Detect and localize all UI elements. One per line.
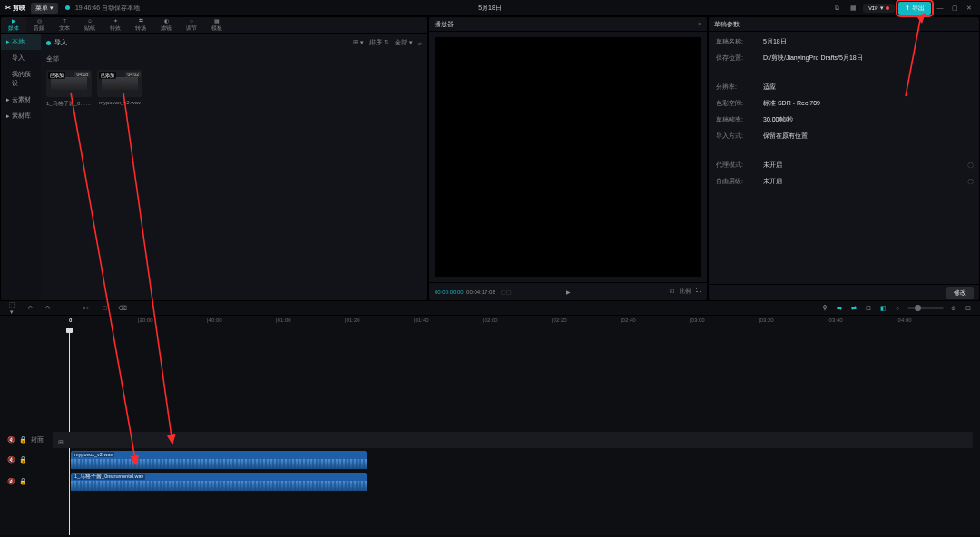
mute-icon[interactable]: 🔇 bbox=[7, 456, 15, 464]
player-menu-icon[interactable]: ≡ bbox=[698, 21, 701, 27]
select-tool-button[interactable]: ⬚ ▾ bbox=[7, 301, 16, 316]
redo-button[interactable]: ↷ bbox=[44, 305, 53, 312]
export-button[interactable]: ⬆导出 bbox=[898, 2, 931, 15]
zoom-out-button[interactable]: ○ bbox=[893, 305, 902, 311]
media-thumb-1[interactable]: 已添加 04:02 mypovox_v2.wav bbox=[97, 70, 142, 108]
crop-button[interactable]: □ bbox=[100, 305, 109, 311]
toggle-button[interactable]: ◧ bbox=[878, 305, 887, 312]
zoom-slider[interactable] bbox=[907, 307, 944, 309]
preview-axis-button[interactable]: ⊟ bbox=[864, 305, 873, 312]
window-minimize-button[interactable]: — bbox=[935, 5, 946, 11]
record-button[interactable]: 🎙 bbox=[820, 305, 829, 311]
cover-label[interactable]: 封面 bbox=[31, 435, 44, 444]
tab-media[interactable]: ▶媒体 bbox=[1, 17, 26, 33]
search-icon[interactable]: ⌕ bbox=[418, 40, 422, 46]
split-button[interactable]: ✂ bbox=[82, 305, 91, 312]
ruler-tick: |02:40 bbox=[621, 317, 636, 323]
media-gallery: 导入 ⊞ ▾ 排序 ⇅ 全部 ▾ ⌕ 全部 已添加 04:18 bbox=[41, 34, 427, 300]
lock-icon[interactable]: 🔒 bbox=[19, 436, 27, 444]
vip-button[interactable]: ᴠɪᴘ ▾ bbox=[863, 4, 895, 13]
param-colorspace: 标准 SDR - Rec.709 bbox=[763, 99, 820, 108]
app-logo: ✂ 剪映 bbox=[5, 4, 25, 13]
timeline-tracks[interactable]: 🔇 🔒 封面 ⊞ 🔇 🔒 mypovox_v2.wav 🔇 🔒 1_马格子酱_0… bbox=[0, 328, 980, 535]
thumb-added-badge: 已添加 bbox=[99, 72, 116, 79]
timeline-toolbar: ⬚ ▾ ↶ ↷ ✂ □ ⌫ 🎙 ⇆ ⇄ ⊟ ◧ ○ ⊕ ⊡ bbox=[0, 301, 980, 316]
tab-filter[interactable]: ◐滤镜 bbox=[153, 17, 179, 33]
tab-audio[interactable]: ◎音频 bbox=[26, 17, 52, 33]
mute-icon[interactable]: 🔇 bbox=[7, 436, 15, 444]
waveform-icon bbox=[102, 77, 138, 90]
tab-adjust[interactable]: ☼调节 bbox=[179, 17, 204, 33]
tab-template[interactable]: ▦模板 bbox=[204, 17, 230, 33]
thumb-duration: 04:02 bbox=[125, 72, 141, 77]
sticker-icon: ☺ bbox=[87, 18, 93, 24]
sidebar-item-cloud[interactable]: ▸ 云素材 bbox=[1, 92, 41, 108]
adjust-icon: ☼ bbox=[189, 18, 194, 24]
audio-clip-0[interactable]: mypovox_v2.wav bbox=[71, 451, 367, 469]
tab-sticker[interactable]: ☺贴纸 bbox=[77, 17, 103, 33]
sidebar-item-library[interactable]: ▸ 素材库 bbox=[1, 108, 41, 124]
play-button[interactable]: ▶ bbox=[566, 288, 571, 295]
filter-row: 全部 bbox=[41, 52, 427, 66]
sort-button[interactable]: 排序 ⇅ bbox=[369, 38, 389, 47]
video-track[interactable]: ⊞ bbox=[53, 432, 973, 448]
player-title: 播放器 bbox=[435, 20, 454, 29]
delete-button[interactable]: ⌫ bbox=[118, 305, 127, 312]
audio-clip-1[interactable]: 1_马格子酱_0nstrumental.wav bbox=[71, 473, 367, 491]
layout-icon[interactable]: ▦ bbox=[847, 5, 859, 12]
params-panel: 草稿参数 草稿名称:5月18日 保存位置:D:/剪映/JianyingPro D… bbox=[709, 17, 979, 300]
audio-track-head-1: 🔇 🔒 bbox=[7, 452, 49, 468]
param-framerate: 30.00帧/秒 bbox=[763, 115, 793, 124]
clip-label: mypovox_v2.wav bbox=[73, 452, 114, 457]
mute-icon[interactable]: 🔇 bbox=[7, 478, 15, 485]
tab-effect[interactable]: ✦特效 bbox=[103, 17, 128, 33]
fullscreen-icon[interactable]: ⛶ bbox=[696, 288, 701, 296]
param-draft-name: 5月18日 bbox=[763, 37, 787, 46]
scale-icon[interactable]: ▢▢ bbox=[501, 288, 512, 295]
param-label: 自由层级: bbox=[716, 177, 752, 186]
tab-text[interactable]: T文本 bbox=[52, 17, 77, 33]
vip-notification-icon bbox=[886, 6, 889, 10]
media-thumb-0[interactable]: 已添加 04:18 1_马格子酱_0…mal.wav bbox=[46, 70, 92, 108]
menu-button[interactable]: 菜单 ▾ bbox=[31, 3, 58, 14]
tab-transition[interactable]: ⇆转场 bbox=[128, 17, 153, 33]
zoom-in-button[interactable]: ⊕ bbox=[949, 305, 958, 312]
sidebar-item-import[interactable]: 导入 bbox=[1, 50, 41, 66]
window-maximize-button[interactable]: ▢ bbox=[949, 5, 960, 12]
snap-button[interactable]: ⇆ bbox=[835, 305, 844, 312]
thumb-added-badge: 已添加 bbox=[48, 72, 65, 79]
ratio-button[interactable]: 比例 bbox=[680, 288, 691, 296]
media-icon: ▶ bbox=[12, 17, 16, 24]
ruler-zero: 0 bbox=[69, 317, 72, 323]
param-save-path: D:/剪映/JianyingPro Drafts/5月18日 bbox=[763, 54, 863, 63]
ratio-icon[interactable]: ⊡ bbox=[670, 288, 674, 296]
sidebar-item-local[interactable]: ▸ 本地 bbox=[1, 34, 41, 50]
zoom-knob[interactable] bbox=[915, 305, 921, 311]
lock-icon[interactable]: 🔒 bbox=[19, 478, 27, 485]
param-label: 分辨率: bbox=[716, 83, 752, 92]
zoom-fit-button[interactable]: ⊡ bbox=[964, 305, 973, 312]
view-grid-button[interactable]: ⊞ ▾ bbox=[353, 39, 364, 46]
link-button[interactable]: ⇄ bbox=[849, 305, 858, 312]
thumb-duration: 04:18 bbox=[74, 72, 90, 77]
timeline-ruler[interactable]: 0 |20:00 |40:00 |01:00 |01:20 |01:40 |02… bbox=[0, 316, 980, 328]
import-button[interactable]: 导入 bbox=[54, 38, 67, 47]
clip-label: 1_马格子酱_0nstrumental.wav bbox=[73, 474, 145, 480]
window-close-button[interactable]: ✕ bbox=[964, 5, 975, 12]
template-icon: ▦ bbox=[214, 17, 220, 24]
modify-button[interactable]: 修改 bbox=[946, 287, 974, 299]
filter-all-button[interactable]: 全部 ▾ bbox=[395, 38, 413, 47]
media-tabs: ▶媒体 ◎音频 T文本 ☺贴纸 ✦特效 ⇆转场 ◐滤镜 ☼调节 ▦模板 bbox=[1, 17, 427, 34]
add-cover-icon[interactable]: ⊞ bbox=[53, 436, 69, 448]
total-time: 00:04:17:08 bbox=[466, 289, 495, 295]
ruler-tick: |04:00 bbox=[897, 317, 912, 323]
thumb-filename: 1_马格子酱_0…mal.wav bbox=[46, 100, 92, 108]
param-label: 导入方式: bbox=[716, 132, 752, 141]
review-icon[interactable]: ⧉ bbox=[830, 5, 843, 12]
lock-icon[interactable]: 🔒 bbox=[19, 456, 27, 464]
preview-area[interactable] bbox=[429, 32, 707, 282]
param-label: 保存位置: bbox=[716, 54, 752, 63]
sidebar-item-presets[interactable]: 我的预设 bbox=[1, 66, 41, 92]
undo-button[interactable]: ↶ bbox=[25, 305, 34, 312]
filter-all-label[interactable]: 全部 bbox=[46, 55, 59, 62]
